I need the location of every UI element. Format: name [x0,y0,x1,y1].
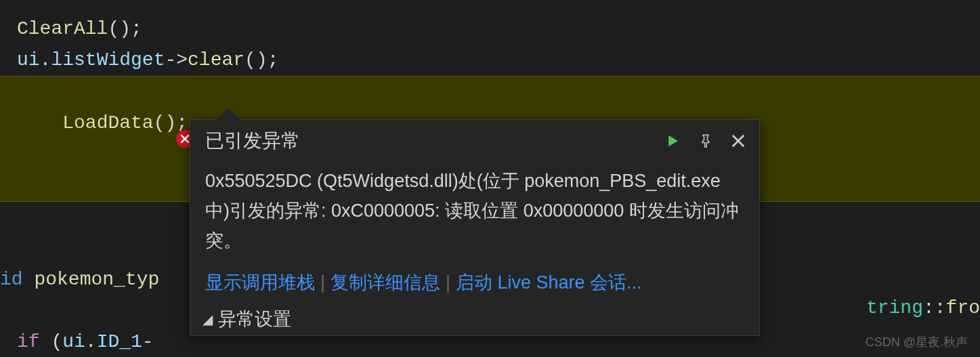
live-share-link[interactable]: 启动 Live Share 会话... [456,272,642,293]
copy-details-link[interactable]: 复制详细信息 [331,272,440,293]
exception-popup: 已引发异常 0x550525DC (Qt5Widgetsd.dll)处(位于 p… [190,119,760,336]
watermark: CSDN @星夜.秋声 [866,334,968,350]
separator: | [320,272,325,293]
continue-icon[interactable] [664,132,682,150]
fn-call: ClearAll [17,18,108,39]
code-line: ui.listWidget->clear(); [0,45,980,76]
popup-footer[interactable]: ◢ 异常设置 [190,303,759,335]
popup-title: 已引发异常 [205,128,664,154]
separator: | [446,272,450,293]
show-callstack-link[interactable]: 显示调用堆栈 [205,272,315,293]
exception-message: 0x550525DC (Qt5Widgetsd.dll)处(位于 pokemon… [190,159,759,265]
disclosure-icon[interactable]: ◢ [203,311,213,327]
close-icon[interactable] [729,132,747,150]
popup-links: 显示调用堆栈|复制详细信息|启动 Live Share 会话... [190,265,759,303]
popup-actions [664,132,747,150]
exception-settings-label: 异常设置 [218,307,291,331]
code-line: ClearAll(); [0,14,980,45]
popup-header: 已引发异常 [190,120,759,159]
code-fragment: tring::fro [866,293,980,324]
pin-icon[interactable] [697,132,715,150]
